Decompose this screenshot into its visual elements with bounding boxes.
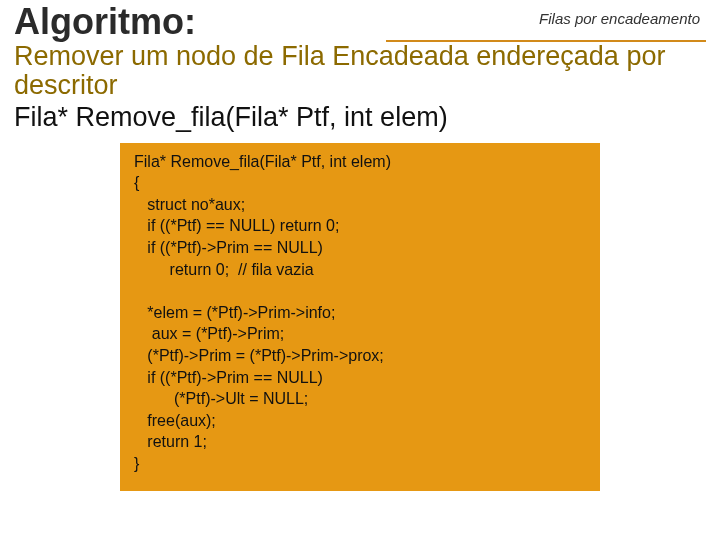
subtitle-block: Remover um nodo de Fila Encadeada endere… [0, 42, 720, 133]
topic-label: Filas por encadeamento [539, 2, 706, 27]
topic-underline [386, 40, 706, 42]
header-row: Algoritmo: Filas por encadeamento [0, 0, 720, 42]
code-box: Fila* Remove_fila(Fila* Ptf, int elem) {… [120, 143, 600, 491]
subtitle-description: Remover um nodo de Fila Encadeada endere… [14, 42, 706, 101]
page-title: Algoritmo: [14, 2, 196, 42]
subtitle-signature: Fila* Remove_fila(Fila* Ptf, int elem) [14, 103, 706, 133]
